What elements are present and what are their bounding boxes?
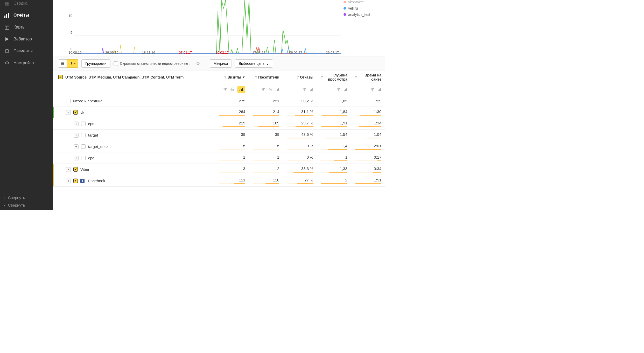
filter-icon[interactable]: ⧩ [337,87,340,92]
cell-bounce: 29,7 % [287,121,313,125]
settings-gear-icon[interactable]: ⚙ [196,61,200,66]
cell-time: 1:04 [355,132,381,137]
legend-label: vkontakte [348,0,364,4]
tree-view-button[interactable]: ⋮≡ [67,59,78,68]
hide-insignificant-checkbox[interactable]: Скрывать статистически недостоверные … [114,61,193,66]
cell-visits: 111 [219,178,245,182]
filter-icon[interactable]: ⧩ [223,87,227,92]
y-tick: 10 [69,14,72,18]
chart-icon[interactable] [276,87,279,92]
legend-dot [344,13,346,16]
cell-users: 221 [253,99,279,103]
list-view-button[interactable]: ☰ [58,59,67,68]
collapse-button[interactable]: ‹ Свернуть [0,193,53,202]
cell-visits: 275 [219,99,245,103]
cell-users: 169 [253,121,279,125]
svg-rect-12 [241,89,242,91]
chart-icon[interactable] [310,87,313,92]
col-header-time[interactable]: ? Время на сайте [351,70,385,84]
nav-item-webvisor[interactable]: Вебвизор [0,33,53,45]
table-row: +cpc110 %10:17 [53,152,385,164]
checkbox[interactable] [66,99,71,103]
y-tick: 0 [71,47,72,51]
toolbar: ☰ ⋮≡ Группировки Скрывать статистически … [53,57,385,70]
svg-rect-22 [346,88,347,91]
row-checkbox[interactable] [81,133,86,137]
chart-area[interactable]: 0 5 10 10.08.16 29.09.16 18.11.16 07.01.… [58,0,341,54]
expand-toggle[interactable]: − [66,110,71,115]
nav-item-settings[interactable]: ⚙ Настройка [0,57,53,69]
nav-item-maps[interactable]: Карты [0,21,53,33]
row-checkbox[interactable] [81,156,86,160]
legend-item-analytics[interactable]: analytics_test [344,12,380,17]
row-checkbox[interactable] [73,110,78,115]
cell-depth: 1,54 [321,132,347,137]
chevron-down-icon: ⌄ [266,61,269,66]
cell-visits: 5 [219,144,245,148]
x-tick: 06.06.17 [289,51,302,54]
table-row: +target_desk550 %1,42:01 [53,141,385,152]
select-all-checkbox[interactable] [58,75,63,79]
groupings-button[interactable]: Группировки [81,59,110,68]
expand-toggle[interactable]: + [66,167,71,172]
svg-rect-2 [8,13,9,18]
col-header-bounce[interactable]: ? Отказы [283,70,317,84]
filter-icon[interactable]: ⧩ [371,87,374,92]
bar-chart-icon [4,12,10,18]
chart-svg [58,0,341,54]
nav-label: Сегменты [13,49,33,53]
cell-time: 1:29 [355,99,381,103]
cell-depth: 1,91 [321,121,347,125]
cell-visits: 1 [219,155,245,159]
row-checkbox[interactable] [73,179,78,183]
row-checkbox[interactable] [81,122,86,126]
cell-users: 214 [253,109,279,114]
main: 0 5 10 10.08.16 29.09.16 18.11.16 07.01.… [53,0,385,210]
expand-toggle[interactable]: + [74,133,79,138]
percent-icon[interactable]: % [269,87,272,92]
goal-select[interactable]: Выберите цель ⌄ [235,59,273,68]
help-icon: ? [224,75,227,79]
x-tick: 26.02.17 [215,51,229,54]
nav-item-reports[interactable]: Отчёты [0,9,53,21]
cell-bounce: 0 % [287,144,313,148]
chart-icon[interactable] [344,87,347,92]
nav-item-segments[interactable]: Сегменты [0,45,53,57]
legend-label: yell.ru [348,6,358,10]
legend-item-yell[interactable]: yell.ru [344,6,380,10]
svg-rect-14 [276,90,276,91]
metrics-label: Метрики [214,61,228,66]
checkbox-icon [114,61,118,66]
totals-label: Итого и средние [73,99,103,103]
col-header-depth[interactable]: ? Глубина просмотра [317,70,351,84]
cell-depth: 1,84 [321,109,347,114]
cell-time: 0:17 [355,155,381,159]
nav-item-summary[interactable]: ▦ Сводка [0,0,53,9]
circle-icon [4,48,10,54]
filter-icon[interactable]: ⧩ [262,87,265,92]
toolbar-separator [205,59,205,68]
col-header-users[interactable]: ? Посетители [249,70,283,84]
filter-icon[interactable]: ⧩ [303,87,306,92]
cell-bounce: 43,6 % [287,132,313,137]
cell-time: 1:30 [355,109,381,114]
table-row: +Viber3233,3 %1,330:34 [53,164,385,175]
expand-toggle[interactable]: + [74,144,79,149]
collapse-button-2[interactable]: ‹ Свернуть [0,202,53,210]
svg-rect-21 [345,89,346,91]
percent-icon[interactable]: % [230,87,234,92]
chart-icon[interactable] [237,86,245,93]
col-header-visits[interactable]: ? Визиты ▼ [215,70,249,84]
legend-label: analytics_test [348,12,370,17]
row-checkbox[interactable] [81,144,86,149]
svg-rect-20 [344,90,345,91]
list-icon: ☰ [61,61,64,66]
expand-toggle[interactable]: + [74,156,79,160]
table-subheader-row: ⧩ % ⧩ % ⧩ ⧩ ⧩ [53,84,385,95]
expand-toggle[interactable]: + [74,122,79,126]
expand-toggle[interactable]: + [66,179,71,183]
metrics-button[interactable]: Метрики [210,59,232,68]
row-checkbox[interactable] [73,167,78,172]
chart-icon[interactable] [378,87,381,92]
legend-item-vkontakte[interactable]: vkontakte [344,0,380,4]
